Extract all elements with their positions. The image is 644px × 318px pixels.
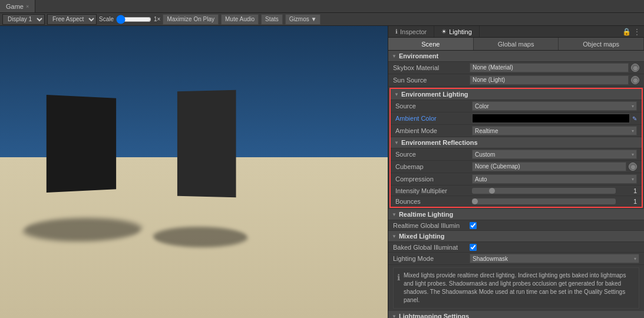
bounces-slider[interactable] <box>472 198 616 204</box>
sun-value: None (Light) <box>470 75 629 85</box>
lightmapping-header[interactable]: ▼ Lightmapping Settings <box>388 311 644 318</box>
tab-object-maps[interactable]: Object maps <box>559 38 644 50</box>
skybox-label: Skybox Material <box>393 64 470 71</box>
lightmapping-label: Lightmapping Settings <box>399 313 469 318</box>
toolbar: Display 1 Free Aspect Scale 1× Maximize … <box>0 13 644 26</box>
lighting-tab[interactable]: ☀ Lighting <box>434 26 480 37</box>
bounces-value-container: 1 <box>472 198 637 205</box>
gizmos-btn[interactable]: Gizmos ▼ <box>285 14 321 25</box>
env-lighting-header[interactable]: ▼ Environment Lighting <box>391 89 642 100</box>
maximize-btn[interactable]: Maximize On Play <box>163 14 219 25</box>
realtime-arrow: ▼ <box>392 212 397 217</box>
panel-actions: 🔒 ⋮ <box>622 27 642 37</box>
inspector-label: Inspector <box>400 28 427 35</box>
tab-global-maps[interactable]: Global maps <box>474 38 559 50</box>
refl-source-arrow-icon: ▾ <box>632 152 634 157</box>
sun-row: Sun Source None (Light) ◎ <box>388 74 644 87</box>
display-group: Display 1 <box>2 14 45 25</box>
reflections-source-row: Source Custom ▾ <box>391 148 642 161</box>
environment-section: ▼ Environment Skybox Material None (Mate… <box>388 51 644 87</box>
bounces-slider-container: 1 <box>472 198 637 205</box>
ambient-color-label: Ambient Color <box>395 115 472 122</box>
game-tab[interactable]: Game × <box>0 0 35 12</box>
intensity-label: Intensity Multiplier <box>395 187 472 194</box>
baked-checkbox[interactable] <box>470 244 477 251</box>
environment-arrow: ▼ <box>392 54 397 59</box>
env-reflections-arrow: ▼ <box>394 140 399 145</box>
sun-label: Sun Source <box>393 77 470 84</box>
env-lighting-source-value-container: Color ▾ <box>472 101 637 111</box>
ambient-mode-label: Ambient Mode <box>395 127 472 134</box>
ambient-mode-value-container: Realtime ▾ <box>472 126 637 135</box>
lighting-mode-dropdown[interactable]: Shadowmask ▾ <box>470 254 639 263</box>
skybox-pick-btn[interactable]: ◎ <box>631 64 639 72</box>
compression-row: Compression Auto ▾ <box>391 173 642 186</box>
lighting-mode-value-container: Shadowmask ▾ <box>470 254 639 263</box>
baked-label: Baked Global Illuminat <box>393 244 470 251</box>
main-content: ℹ Inspector ☀ Lighting 🔒 ⋮ Scene Global … <box>0 26 644 318</box>
compression-dropdown[interactable]: Auto ▾ <box>472 174 637 184</box>
aspect-group: Free Aspect <box>47 14 97 25</box>
panel-lock-btn[interactable]: 🔒 <box>622 27 631 37</box>
env-lighting-source-dropdown[interactable]: Color ▾ <box>472 101 637 111</box>
cubemap-pick-btn[interactable]: ◎ <box>629 163 637 171</box>
ambient-color-picker[interactable] <box>472 114 630 123</box>
sun-pick-btn[interactable]: ◎ <box>631 76 639 84</box>
intensity-value: 1 <box>619 187 637 194</box>
scale-value: 1× <box>154 16 160 22</box>
realtime-section: ▼ Realtime Lighting Realtime Global Illu… <box>388 209 644 231</box>
skybox-value: None (Material) <box>470 63 629 72</box>
scale-label: Scale <box>99 16 114 22</box>
ambient-mode-dropdown[interactable]: Realtime ▾ <box>472 126 637 135</box>
stats-btn[interactable]: Stats <box>261 14 283 25</box>
lighting-mode-label: Lighting Mode <box>393 255 470 262</box>
reflections-source-value-container: Custom ▾ <box>472 150 637 159</box>
lighting-label: Lighting <box>449 28 472 35</box>
realtime-label: Realtime Lighting <box>399 211 453 218</box>
compression-label: Compression <box>395 175 472 183</box>
close-icon[interactable]: × <box>26 4 29 9</box>
environment-header[interactable]: ▼ Environment <box>388 51 644 62</box>
realtime-header[interactable]: ▼ Realtime Lighting <box>388 209 644 220</box>
mixed-info-box: ℹ Mixed lights provide realtime direct l… <box>393 267 639 309</box>
intensity-value-container: 1 <box>472 187 637 194</box>
panel-header: ℹ Inspector ☀ Lighting 🔒 ⋮ <box>388 26 644 38</box>
baked-value <box>470 244 639 251</box>
lightmapping-section: ▼ Lightmapping Settings Lightmapper Enli… <box>388 311 644 318</box>
right-panel: ℹ Inspector ☀ Lighting 🔒 ⋮ Scene Global … <box>388 26 644 318</box>
env-lighting-highlight: ▼ Environment Lighting Source Color ▾ Am… <box>389 88 643 208</box>
lighting-mode-arrow-icon: ▾ <box>634 256 636 261</box>
realtime-global-checkbox[interactable] <box>470 222 477 229</box>
bounces-row: Bounces 1 <box>391 196 642 207</box>
skybox-row: Skybox Material None (Material) ◎ <box>388 62 644 74</box>
env-reflections-header[interactable]: ▼ Environment Reflections <box>391 137 642 148</box>
realtime-global-checkbox-container <box>470 222 477 229</box>
pencil-icon[interactable]: ✎ <box>632 115 637 122</box>
inspector-tab[interactable]: ℹ Inspector <box>388 26 434 37</box>
intensity-slider[interactable] <box>472 188 616 194</box>
reflections-source-dropdown[interactable]: Custom ▾ <box>472 150 637 159</box>
mixed-arrow: ▼ <box>392 234 397 239</box>
cubemap-value-container: None (Cubemap) ◎ <box>472 162 637 171</box>
mixed-info-text: Mixed lights provide realtime direct lig… <box>404 271 635 304</box>
env-reflections-label: Environment Reflections <box>401 139 478 146</box>
aspect-select[interactable]: Free Aspect <box>47 14 97 25</box>
reflections-source-label: Source <box>395 151 472 158</box>
display-select[interactable]: Display 1 <box>2 14 45 25</box>
realtime-global-row: Realtime Global Illumin <box>388 220 644 231</box>
ambient-color-row: Ambient Color ✎ <box>391 112 642 125</box>
scale-slider[interactable] <box>116 16 151 22</box>
baked-checkbox-container <box>470 244 477 251</box>
bounces-value: 1 <box>619 198 637 205</box>
mixed-header[interactable]: ▼ Mixed Lighting <box>388 231 644 242</box>
box-left <box>47 95 116 193</box>
panel-menu-btn[interactable]: ⋮ <box>632 27 642 37</box>
cubemap-row: Cubemap None (Cubemap) ◎ <box>391 161 642 173</box>
inspector-icon: ℹ <box>395 28 398 35</box>
info-icon: ℹ <box>397 272 400 304</box>
cubemap-label: Cubemap <box>395 163 472 170</box>
ambient-mode-arrow-icon: ▾ <box>632 128 634 134</box>
tab-scene[interactable]: Scene <box>388 38 474 50</box>
mute-btn[interactable]: Mute Audio <box>221 14 259 25</box>
env-lighting-label: Environment Lighting <box>401 91 468 98</box>
